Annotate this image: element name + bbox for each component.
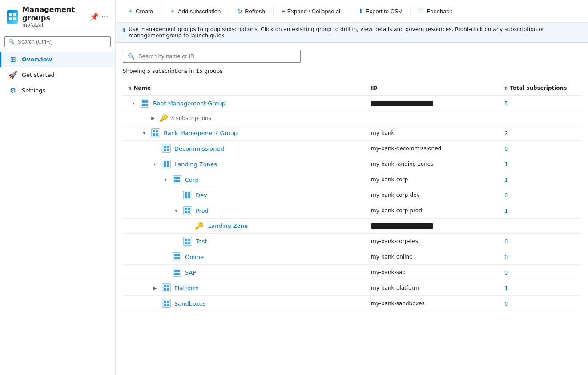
export-label: Export to CSV [366,8,402,15]
svg-rect-9 [156,130,158,132]
platform-link[interactable]: Platform [174,285,199,291]
svg-rect-36 [174,254,177,256]
feedback-button[interactable]: ♡ Feedback [414,5,456,17]
svg-rect-7 [145,104,148,106]
svg-rect-42 [174,273,177,275]
svg-rect-46 [164,288,166,291]
svg-rect-12 [164,146,166,148]
test-count[interactable]: 0 [504,238,576,245]
create-button[interactable]: ＋ Create [123,4,157,18]
svg-rect-49 [167,301,169,303]
expand-collapse-label: Expand / Collapse all [287,8,342,15]
svg-rect-44 [164,285,166,287]
prod-link[interactable]: Prod [196,207,209,214]
sidebar-overview-label: Overview [22,56,52,63]
expand-collapse-button[interactable]: ≡ Expand / Collapse all [277,5,346,17]
svg-rect-27 [188,195,190,198]
svg-rect-13 [167,146,169,148]
svg-rect-43 [177,273,180,275]
landing-zones-link[interactable]: Landing Zones [174,161,217,168]
corp-link[interactable]: Corp [185,176,199,183]
mg-icon-decommissioned [162,144,171,153]
pin-icon[interactable]: 📌 [90,12,99,21]
sandboxes-count[interactable]: 0 [504,300,576,307]
collapse-btn-landing-zones[interactable]: ▾ [151,160,158,168]
expand-collapse-icon: ≡ [282,8,285,15]
sidebar-header: Management groups mofaizal 📌 ··· [0,0,115,32]
decommissioned-link[interactable]: Decommissioned [174,145,224,152]
refresh-button[interactable]: ↻ Refresh [233,5,270,17]
sandboxes-id: my-bank-sandboxes [371,300,504,307]
landing-zones-count[interactable]: 1 [504,161,576,168]
corp-id: my-bank-corp [371,176,504,183]
mg-icon-prod [183,206,192,215]
expand-btn-subs[interactable]: ▶ [149,115,157,122]
svg-rect-51 [167,304,169,306]
svg-rect-29 [188,208,190,210]
showing-count: Showing 5 subscriptions in 15 groups [123,68,581,74]
total-subscriptions-column-header[interactable]: ⇅ Total subscriptions [504,85,576,91]
sap-link[interactable]: SAP [185,269,196,276]
online-count[interactable]: 0 [504,254,576,260]
feedback-label: Feedback [427,8,452,15]
svg-rect-17 [167,161,169,164]
table-row: ▾ Bank Management Group my-bank 2 [123,125,581,141]
search-input[interactable] [138,53,296,60]
svg-rect-37 [177,254,180,256]
collapse-btn-prod[interactable]: ▾ [173,207,180,214]
expand-btn-platform[interactable]: ▶ [151,284,158,291]
sidebar-search-icon: 🔍 [8,39,15,45]
svg-rect-22 [174,180,177,182]
landing-zone-sub-link[interactable]: Landing Zone [208,223,248,229]
sidebar-search-input[interactable] [18,39,107,45]
collapse-btn-root[interactable]: ▾ [130,100,137,107]
create-label: Create [136,8,153,15]
corp-count[interactable]: 1 [504,176,576,183]
table-row: ▶ Test my-bank-corp-test 0 [123,234,581,249]
test-link[interactable]: Test [196,238,207,245]
id-header-label: ID [371,85,377,91]
get-started-icon: 🚀 [8,71,17,79]
prod-count[interactable]: 1 [504,207,576,214]
decommissioned-count[interactable]: 0 [504,145,576,152]
sidebar-item-overview[interactable]: ⊞ Overview [0,52,115,67]
root-mg-link[interactable]: Root Management Group [153,100,226,107]
collapse-btn-corp[interactable]: ▾ [162,176,169,183]
info-bar: ℹ Use management groups to group subscri… [116,23,588,43]
mg-icon-platform [162,283,171,292]
mg-icon-sap [173,268,181,277]
platform-count[interactable]: 1 [504,285,576,291]
bank-mg-count[interactable]: 2 [504,130,576,136]
more-icon[interactable]: ··· [101,12,108,21]
info-text: Use management groups to group subscript… [129,26,581,39]
sap-id: my-bank-sap [371,269,504,275]
svg-rect-6 [142,104,145,106]
dev-count[interactable]: 0 [504,192,576,199]
create-icon: ＋ [127,7,133,15]
svg-rect-3 [13,17,16,20]
root-mg-count[interactable]: 5 [504,100,576,107]
sort-icon-name: ⇅ [128,86,132,91]
export-button[interactable]: ⬇ Export to CSV [354,5,407,17]
sap-count[interactable]: 0 [504,269,576,276]
table-row: ▾ Landing Zones my-bank-landing-zones 1 [123,156,581,172]
id-column-header[interactable]: ID [371,85,504,91]
svg-rect-18 [164,164,166,167]
name-header-label: Name [133,85,151,91]
overview-icon: ⊞ [8,55,17,64]
sidebar-search-box[interactable]: 🔍 [4,36,111,47]
svg-rect-45 [167,285,169,287]
name-column-header[interactable]: ⇅ Name [128,85,371,91]
add-subscription-button[interactable]: ＋ Add subscription [165,4,225,18]
online-link[interactable]: Online [185,254,204,260]
sidebar-item-get-started[interactable]: 🚀 Get started [0,67,115,83]
collapse-btn-bank[interactable]: ▾ [141,129,148,136]
sidebar-item-settings[interactable]: ⚙ Settings [0,83,115,98]
toolbar-divider-2 [229,7,229,16]
search-bar[interactable]: 🔍 [123,50,301,63]
bank-mg-link[interactable]: Bank Management Group [164,130,238,136]
sandboxes-link[interactable]: Sandboxes [174,300,206,307]
dev-link[interactable]: Dev [196,192,207,199]
feedback-icon: ♡ [419,8,424,15]
export-icon: ⬇ [358,8,363,15]
